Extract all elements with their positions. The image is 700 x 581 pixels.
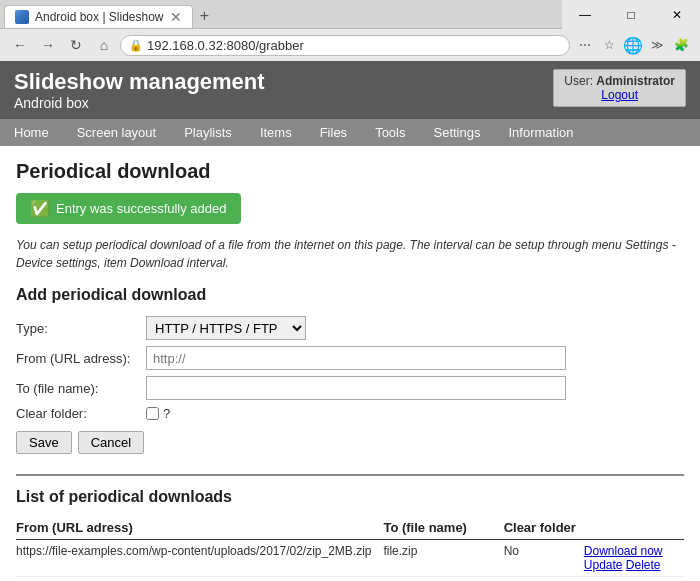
maximize-button[interactable]: □ xyxy=(608,0,654,30)
table-section: List of periodical downloads From (URL a… xyxy=(16,488,684,577)
type-select[interactable]: HTTP / HTTPS / FTP FTP HTTPS xyxy=(146,316,306,340)
app-title-wrap: Slideshow management Android box xyxy=(14,69,265,111)
user-info: User: Administrator xyxy=(564,74,675,88)
to-input[interactable] xyxy=(146,376,566,400)
user-name: Administrator xyxy=(596,74,675,88)
nav-screen-layout[interactable]: Screen layout xyxy=(63,119,171,146)
app-header: Slideshow management Android box User: A… xyxy=(0,61,700,119)
close-button[interactable]: ✕ xyxy=(654,0,700,30)
col-header-clear: Clear folder xyxy=(504,516,584,540)
to-row: To (file name): xyxy=(16,376,684,400)
nav-menu: Home Screen layout Playlists Items Files… xyxy=(0,119,700,146)
address-text: 192.168.0.32:8080/grabber xyxy=(147,38,561,53)
active-tab[interactable]: Android box | Slideshow ✕ xyxy=(4,5,193,28)
table-body: https://file-examples.com/wp-content/upl… xyxy=(16,540,684,577)
nav-home[interactable]: Home xyxy=(0,119,63,146)
success-banner: ✅ Entry was successfully added xyxy=(16,193,241,224)
main-content: Periodical download ✅ Entry was successf… xyxy=(0,146,700,581)
bookmark-button[interactable]: ☆ xyxy=(598,34,620,56)
type-row: Type: HTTP / HTTPS / FTP FTP HTTPS xyxy=(16,316,684,340)
back-button[interactable]: ← xyxy=(8,33,32,57)
row-actions: Download now Update Delete xyxy=(584,540,684,577)
nav-settings[interactable]: Settings xyxy=(419,119,494,146)
to-label: To (file name): xyxy=(16,381,146,396)
form-section-title: Add periodical download xyxy=(16,286,684,304)
info-text: You can setup periodical download of a f… xyxy=(16,236,684,272)
window-controls: — □ ✕ xyxy=(562,0,700,30)
col-header-actions xyxy=(584,516,684,540)
delete-link[interactable]: Delete xyxy=(626,558,661,572)
nav-tools[interactable]: Tools xyxy=(361,119,419,146)
from-row: From (URL adress): xyxy=(16,346,684,370)
nav-extras: ⋯ ☆ 🌐 ≫ 🧩 xyxy=(574,34,692,56)
tab-close-button[interactable]: ✕ xyxy=(170,10,182,24)
logout-link[interactable]: Logout xyxy=(564,88,675,102)
lock-icon: 🔒 xyxy=(129,39,143,52)
table-header: From (URL adress) To (file name) Clear f… xyxy=(16,516,684,540)
row-to-filename: file.zip xyxy=(383,540,503,577)
download-now-link[interactable]: Download now xyxy=(584,544,663,558)
nav-items[interactable]: Items xyxy=(246,119,306,146)
forward-button[interactable]: → xyxy=(36,33,60,57)
type-label: Type: xyxy=(16,321,146,336)
update-link[interactable]: Update xyxy=(584,558,623,572)
from-input[interactable] xyxy=(146,346,566,370)
table-section-title: List of periodical downloads xyxy=(16,488,684,506)
save-button[interactable]: Save xyxy=(16,431,72,454)
clear-folder-row: Clear folder: ? xyxy=(16,406,684,421)
col-header-from: From (URL adress) xyxy=(16,516,383,540)
user-box: User: Administrator Logout xyxy=(553,69,686,107)
row-from-url: https://file-examples.com/wp-content/upl… xyxy=(16,540,383,577)
navigation-bar: ← → ↻ ⌂ 🔒 192.168.0.32:8080/grabber ⋯ ☆ … xyxy=(0,28,700,61)
tab-bar: Android box | Slideshow ✕ + — □ ✕ xyxy=(0,0,700,28)
user-label: User: xyxy=(564,74,593,88)
extensions-button[interactable]: ⋯ xyxy=(574,34,596,56)
tab-title: Android box | Slideshow xyxy=(35,10,164,24)
page-title: Periodical download xyxy=(16,160,684,183)
downloads-table: From (URL adress) To (file name) Clear f… xyxy=(16,516,684,577)
cancel-button[interactable]: Cancel xyxy=(78,431,144,454)
app-title: Slideshow management xyxy=(14,69,265,95)
success-icon: ✅ xyxy=(30,199,50,218)
extensions-icon[interactable]: 🧩 xyxy=(670,34,692,56)
success-message: Entry was successfully added xyxy=(56,201,227,216)
tab-favicon xyxy=(15,10,29,24)
section-divider xyxy=(16,474,684,476)
nav-files[interactable]: Files xyxy=(306,119,361,146)
col-header-to: To (file name) xyxy=(383,516,503,540)
row-clear-folder: No xyxy=(504,540,584,577)
table-row: https://file-examples.com/wp-content/upl… xyxy=(16,540,684,577)
clear-folder-question: ? xyxy=(163,406,170,421)
download-form: Type: HTTP / HTTPS / FTP FTP HTTPS From … xyxy=(16,316,684,454)
table-header-row: From (URL adress) To (file name) Clear f… xyxy=(16,516,684,540)
menu-button[interactable]: ≫ xyxy=(646,34,668,56)
browser-window: Android box | Slideshow ✕ + — □ ✕ ← → ↻ … xyxy=(0,0,700,61)
clear-folder-label: Clear folder: xyxy=(16,406,146,421)
reload-button[interactable]: ↻ xyxy=(64,33,88,57)
home-button[interactable]: ⌂ xyxy=(92,33,116,57)
profile-icon[interactable]: 🌐 xyxy=(622,34,644,56)
form-buttons: Save Cancel xyxy=(16,431,684,454)
nav-playlists[interactable]: Playlists xyxy=(170,119,246,146)
clear-folder-checkbox[interactable] xyxy=(146,407,159,420)
address-bar[interactable]: 🔒 192.168.0.32:8080/grabber xyxy=(120,35,570,56)
app-subtitle: Android box xyxy=(14,95,265,111)
nav-information[interactable]: Information xyxy=(494,119,587,146)
from-label: From (URL adress): xyxy=(16,351,146,366)
new-tab-button[interactable]: + xyxy=(193,4,217,28)
minimize-button[interactable]: — xyxy=(562,0,608,30)
